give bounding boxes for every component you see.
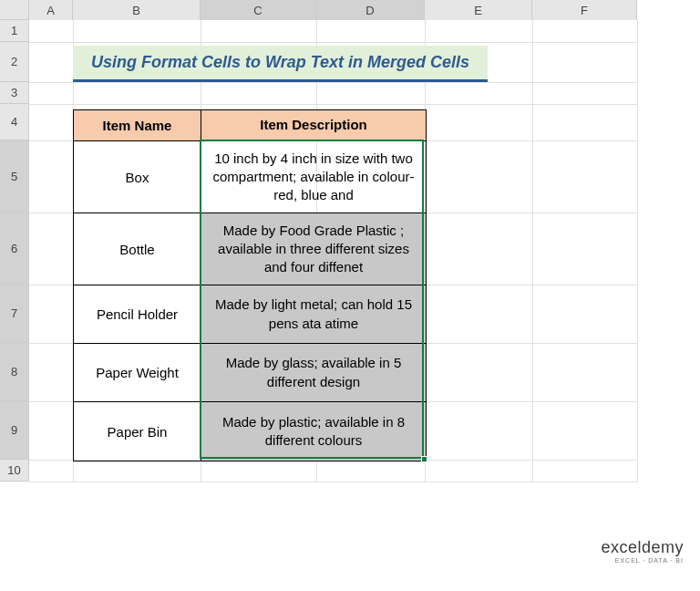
cell-item-desc[interactable]: 10 inch by 4 inch in size with two compa… <box>201 141 426 213</box>
table-row: BottleMade by Food Grade Plastic ; avail… <box>74 213 426 285</box>
row-header-8[interactable]: 8 <box>0 343 29 401</box>
fill-handle[interactable] <box>421 456 427 462</box>
col-header-A[interactable]: A <box>29 0 73 20</box>
page-title: Using Format Cells to Wrap Text in Merge… <box>91 53 469 72</box>
table-row: Pencil HolderMade by light metal; can ho… <box>74 285 426 344</box>
row-header-9[interactable]: 9 <box>0 401 29 460</box>
row-header-3[interactable]: 3 <box>0 82 29 104</box>
header-item-name[interactable]: Item Name <box>74 110 201 140</box>
column-headers: ABCDEF <box>0 0 637 20</box>
table-header-row: Item Name Item Description <box>74 110 426 141</box>
row-headers: 12345678910 <box>0 20 29 482</box>
table-row: Paper WeightMade by glass; available in … <box>74 344 426 402</box>
row-header-4[interactable]: 4 <box>0 104 29 140</box>
cell-item-name[interactable]: Paper Bin <box>74 402 201 461</box>
cell-item-name[interactable]: Paper Weight <box>74 344 201 401</box>
select-all-corner[interactable] <box>0 0 29 20</box>
col-header-B[interactable]: B <box>73 0 201 20</box>
row-header-10[interactable]: 10 <box>0 460 29 482</box>
cell-item-desc[interactable]: Made by Food Grade Plastic ; available i… <box>201 213 426 285</box>
cell-item-name[interactable]: Pencil Holder <box>74 285 201 343</box>
col-header-E[interactable]: E <box>425 0 532 20</box>
watermark: exceldemy EXCEL · DATA · BI <box>601 538 684 564</box>
row-header-7[interactable]: 7 <box>0 285 29 343</box>
cell-item-desc[interactable]: Made by plastic; available in 8 differen… <box>201 402 426 461</box>
title-merged-cell[interactable]: Using Format Cells to Wrap Text in Merge… <box>73 46 488 82</box>
spreadsheet-grid: ABCDEF 12345678910 Using Format Cells to… <box>0 0 637 482</box>
watermark-tag: EXCEL · DATA · BI <box>601 557 684 564</box>
cell-item-name[interactable]: Box <box>74 141 201 213</box>
header-item-desc[interactable]: Item Description <box>201 110 426 140</box>
col-header-D[interactable]: D <box>316 0 425 20</box>
watermark-brand: exceldemy <box>601 538 684 557</box>
row-header-2[interactable]: 2 <box>0 42 29 82</box>
data-table: Item Name Item Description Box10 inch by… <box>73 109 427 461</box>
col-header-C[interactable]: C <box>201 0 316 20</box>
cell-item-name[interactable]: Bottle <box>74 213 201 285</box>
row-header-1[interactable]: 1 <box>0 20 29 42</box>
col-header-F[interactable]: F <box>532 0 637 20</box>
table-row: Box10 inch by 4 inch in size with two co… <box>74 141 426 213</box>
table-row: Paper BinMade by plastic; available in 8… <box>74 402 426 461</box>
row-header-5[interactable]: 5 <box>0 140 29 213</box>
cell-item-desc[interactable]: Made by glass; available in 5 different … <box>201 344 426 401</box>
cell-item-desc[interactable]: Made by light metal; can hold 15 pens at… <box>201 285 426 343</box>
row-header-6[interactable]: 6 <box>0 213 29 285</box>
